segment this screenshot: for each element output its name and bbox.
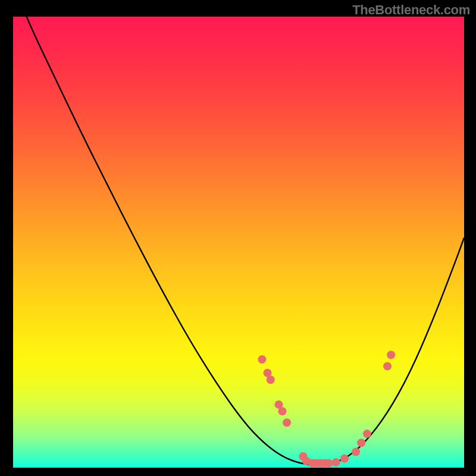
data-point (267, 375, 275, 384)
data-point (340, 455, 349, 463)
data-point (258, 355, 266, 364)
data-point (357, 439, 365, 447)
data-point (278, 407, 287, 415)
watermark-text: TheBottleneck.com (352, 2, 470, 18)
data-point (352, 448, 360, 456)
data-point (387, 351, 395, 359)
chart-svg (13, 17, 464, 468)
bottleneck-curve (15, 17, 464, 465)
data-point (283, 418, 291, 427)
data-points-group (258, 351, 395, 468)
data-point (332, 458, 340, 466)
data-point (325, 459, 333, 467)
data-point (363, 430, 371, 438)
data-point (383, 362, 392, 371)
chart-plot-area (13, 17, 464, 468)
